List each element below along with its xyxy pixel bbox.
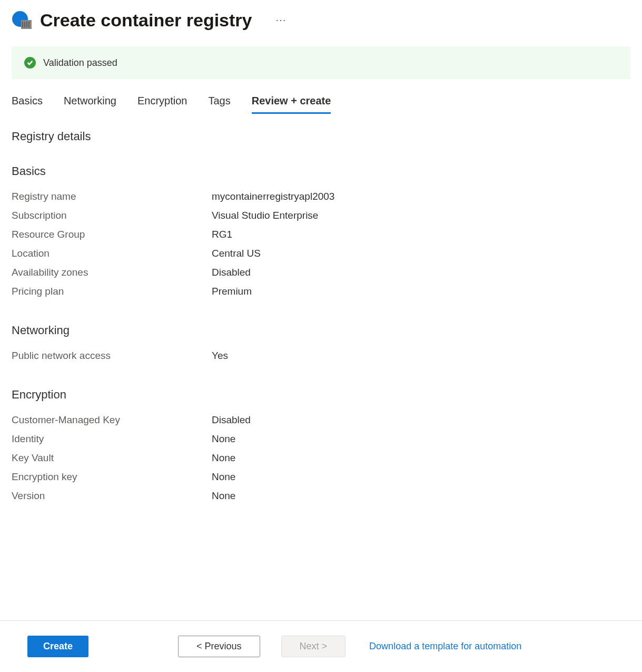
subsection-title-encryption: Encryption	[12, 388, 630, 402]
section-title-registry-details: Registry details	[12, 130, 630, 143]
page-header: Create container registry ⋯	[0, 0, 642, 36]
subsection-title-networking: Networking	[12, 324, 630, 337]
detail-label: Registry name	[12, 191, 212, 202]
more-actions-icon[interactable]: ⋯	[275, 14, 287, 26]
svg-rect-3	[24, 22, 25, 27]
detail-value: Premium	[212, 286, 252, 297]
subsection-title-basics: Basics	[12, 164, 630, 178]
download-template-link[interactable]: Download a template for automation	[369, 641, 521, 652]
detail-row: Identity None	[12, 433, 630, 445]
detail-label: Availability zones	[12, 267, 212, 278]
footer-action-bar: Create < Previous Next > Download a temp…	[0, 620, 642, 672]
detail-label: Resource Group	[12, 229, 212, 240]
svg-rect-4	[26, 22, 27, 27]
page-title: Create container registry	[40, 10, 252, 31]
tab-bar: Basics Networking Encryption Tags Review…	[12, 95, 630, 114]
detail-value: None	[212, 433, 235, 445]
tab-networking[interactable]: Networking	[64, 95, 116, 114]
next-button: Next >	[281, 636, 346, 657]
detail-row: Location Central US	[12, 248, 630, 259]
detail-row: Availability zones Disabled	[12, 267, 630, 278]
tab-tags[interactable]: Tags	[208, 95, 230, 114]
detail-value: None	[212, 471, 235, 483]
tab-encryption[interactable]: Encryption	[137, 95, 187, 114]
detail-label: Key Vault	[12, 452, 212, 464]
check-circle-icon	[24, 57, 36, 69]
validation-banner: Validation passed	[12, 46, 630, 79]
detail-label: Public network access	[12, 350, 212, 362]
detail-row: Pricing plan Premium	[12, 286, 630, 297]
detail-value: Disabled	[212, 267, 251, 278]
detail-row: Public network access Yes	[12, 350, 630, 362]
detail-row: Subscription Visual Studio Enterprise	[12, 210, 630, 221]
create-button[interactable]: Create	[27, 636, 88, 657]
tab-review-create[interactable]: Review + create	[252, 95, 331, 114]
detail-value: Central US	[212, 248, 261, 259]
detail-row: Customer-Managed Key Disabled	[12, 414, 630, 426]
detail-label: Identity	[12, 433, 212, 445]
registry-icon	[12, 9, 33, 31]
detail-row: Resource Group RG1	[12, 229, 630, 240]
detail-label: Pricing plan	[12, 286, 212, 297]
detail-label: Version	[12, 490, 212, 502]
detail-value: Visual Studio Enterprise	[212, 210, 318, 221]
detail-value: RG1	[212, 229, 232, 240]
detail-label: Location	[12, 248, 212, 259]
svg-rect-5	[28, 22, 29, 27]
detail-row: Registry name mycontainerregistryapl2003	[12, 191, 630, 202]
svg-rect-2	[22, 22, 23, 27]
detail-label: Encryption key	[12, 471, 212, 483]
detail-label: Subscription	[12, 210, 212, 221]
validation-message: Validation passed	[43, 57, 117, 69]
previous-button[interactable]: < Previous	[178, 636, 260, 657]
detail-value: None	[212, 490, 235, 502]
detail-row: Version None	[12, 490, 630, 502]
tab-basics[interactable]: Basics	[12, 95, 43, 114]
detail-value: Disabled	[212, 414, 251, 426]
detail-value: None	[212, 452, 235, 464]
detail-row: Key Vault None	[12, 452, 630, 464]
detail-value: mycontainerregistryapl2003	[212, 191, 334, 202]
detail-row: Encryption key None	[12, 471, 630, 483]
detail-label: Customer-Managed Key	[12, 414, 212, 426]
detail-value: Yes	[212, 350, 228, 362]
